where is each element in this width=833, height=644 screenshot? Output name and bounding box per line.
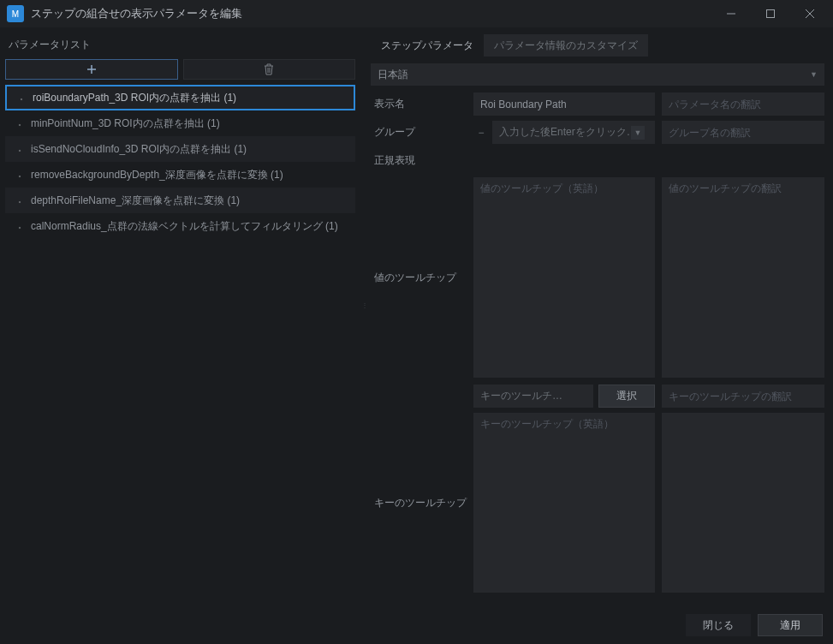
key-tooltip-translation-field[interactable]	[662, 385, 824, 408]
grip-icon: ⋮	[361, 304, 365, 330]
apply-button[interactable]: 適用	[758, 614, 823, 636]
list-item-label: isSendNoCloudInfo_3D ROI内の点群を抽出 (1)	[31, 142, 247, 157]
display-name-field[interactable]	[473, 92, 655, 116]
list-item-label: removeBackgroundByDepth_深度画像を点群に変換 (1)	[31, 168, 283, 182]
key-tooltip-translation-input[interactable]	[669, 391, 818, 402]
group-value: 入力した後Enterをクリック…	[499, 125, 637, 140]
param-icon: ⬩	[14, 169, 26, 181]
param-icon: ⬩	[15, 92, 27, 104]
key-tooltip-translation-area[interactable]	[662, 413, 824, 593]
list-item-label: depthRoiFileName_深度画像を点群に変換 (1)	[31, 194, 240, 208]
value-tooltip-label: 値のツールチップ	[371, 177, 473, 378]
chevron-down-icon: ▼	[810, 70, 818, 79]
trash-icon	[264, 63, 274, 75]
list-item[interactable]: ⬩ minPointNum_3D ROI内の点群を抽出 (1)	[5, 110, 355, 136]
param-icon: ⬩	[14, 220, 26, 232]
list-item[interactable]: ⬩ calNormRadius_点群の法線ベクトルを計算してフィルタリング (1…	[5, 213, 355, 239]
list-item[interactable]: ⬩ depthRoiFileName_深度画像を点群に変換 (1)	[5, 188, 355, 213]
param-icon: ⬩	[14, 143, 26, 155]
regex-label: 正規表現	[371, 149, 473, 172]
key-tooltip-en-placeholder: キーのツールチップ（英語）	[480, 417, 614, 432]
list-item[interactable]: ⬩ removeBackgroundByDepth_深度画像を点群に変換 (1)	[5, 162, 355, 188]
parameter-list: ⬩ roiBoundaryPath_3D ROI内の点群を抽出 (1) ⬩ mi…	[5, 85, 355, 599]
param-icon: ⬩	[14, 117, 26, 129]
spacer	[371, 385, 473, 408]
close-button[interactable]	[790, 0, 830, 27]
delete-button[interactable]	[183, 59, 356, 80]
value-tooltip-en-field[interactable]: 値のツールチップ（英語）	[473, 177, 655, 378]
language-select[interactable]: 日本語 ▼	[371, 63, 824, 86]
add-button[interactable]	[5, 59, 178, 80]
group-translation-field[interactable]	[662, 121, 824, 144]
parameter-list-header: パラメータリスト	[5, 34, 355, 59]
select-button[interactable]: 選択	[598, 385, 655, 408]
chevron-down-icon[interactable]: ▼	[631, 126, 645, 140]
list-item-label: roiBoundaryPath_3D ROI内の点群を抽出 (1)	[33, 91, 236, 105]
value-tooltip-translation-placeholder: 値のツールチップの翻訳	[669, 182, 782, 196]
value-tooltip-translation-field[interactable]: 値のツールチップの翻訳	[662, 177, 824, 378]
display-name-translation-input[interactable]	[669, 98, 818, 110]
display-name-label: 表示名	[371, 92, 473, 116]
value-tooltip-en-placeholder: 値のツールチップ（英語）	[480, 182, 604, 196]
list-item-label: minPointNum_3D ROI内の点群を抽出 (1)	[31, 116, 220, 131]
group-translation-input[interactable]	[669, 127, 818, 139]
group-remove-button[interactable]: −	[473, 121, 489, 144]
group-label: グループ	[371, 121, 473, 144]
svg-rect-1	[767, 10, 775, 18]
key-tooltip-en-field[interactable]: キーのツールチップ（英語）	[473, 413, 655, 593]
minimize-button[interactable]	[711, 0, 751, 27]
key-tooltip-short: キーのツールチ…	[480, 389, 562, 403]
key-tooltip-label: キーのツールチップ	[371, 413, 473, 593]
close-button[interactable]: 閉じる	[686, 614, 751, 636]
maximize-button[interactable]	[751, 0, 790, 27]
plus-icon	[86, 64, 97, 75]
app-icon: M	[7, 5, 24, 22]
group-field[interactable]: 入力した後Enterをクリック… ▼	[492, 121, 655, 144]
list-item[interactable]: ⬩ isSendNoCloudInfo_3D ROI内の点群を抽出 (1)	[5, 136, 355, 162]
display-name-input[interactable]	[480, 98, 648, 110]
tab-step-params[interactable]: ステップパラメータ	[371, 34, 484, 57]
display-name-translation-field[interactable]	[662, 92, 824, 116]
list-item-label: calNormRadius_点群の法線ベクトルを計算してフィルタリング (1)	[31, 219, 338, 234]
list-item[interactable]: ⬩ roiBoundaryPath_3D ROI内の点群を抽出 (1)	[5, 85, 355, 110]
tab-custom-info[interactable]: パラメータ情報のカスタマイズ	[484, 34, 648, 57]
key-tooltip-short-field[interactable]: キーのツールチ…	[473, 385, 593, 408]
window-title: ステップの組合せの表示パラメータを編集	[31, 6, 711, 21]
param-icon: ⬩	[14, 194, 26, 206]
language-value: 日本語	[378, 68, 408, 82]
